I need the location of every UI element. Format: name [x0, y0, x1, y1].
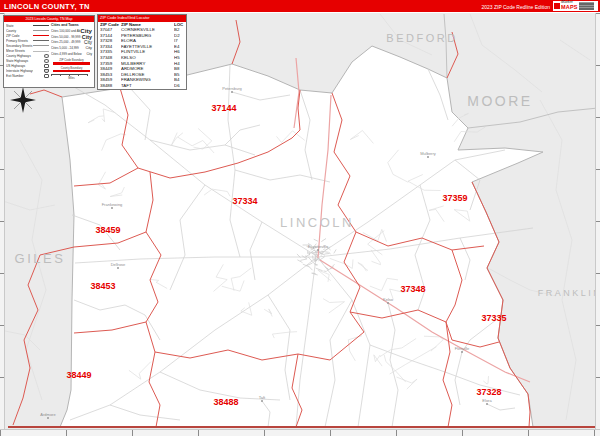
- page-title: LINCOLN COUNTY, TN: [4, 2, 90, 11]
- compass-rose-icon: [9, 86, 37, 114]
- legend-city-label: Cities 5,000 - 24,999: [51, 46, 85, 50]
- legend-item-label: County: [6, 29, 33, 33]
- grid-ruler-bottom: [0, 429, 600, 436]
- legend-city-label: Cities 100,000 and Above: [51, 29, 80, 33]
- legend-item-label: State: [6, 24, 33, 28]
- legend-city-sample: City: [85, 46, 92, 50]
- legend-item-label: County Highways: [6, 54, 33, 58]
- legend-sample-line: [33, 25, 49, 26]
- city-street-line: [311, 252, 318, 253]
- legend-boundary-bar: [53, 70, 90, 71]
- legend-city-label: Cities 25,000 - 49,999: [51, 40, 84, 44]
- title-bar: LINCOLN COUNTY, TN 2023 ZIP Code Redline…: [0, 0, 600, 12]
- map-legend: 2023 Lincoln County, TN Map StateCountyZ…: [3, 15, 95, 88]
- loc-cell: D6: [174, 83, 184, 89]
- legend-item-label: Exit Number: [6, 74, 33, 78]
- legend-item-label: US Highways: [6, 64, 33, 68]
- legend-sample-line: [33, 51, 49, 52]
- legend-item-label: Secondary Streets: [6, 44, 33, 48]
- logo-line2: MAPS: [561, 5, 578, 11]
- zip-table-row: 38488TAFTD6: [98, 83, 186, 89]
- legend-sample-line: [33, 45, 49, 46]
- legend-item-label: Interstate Highways: [6, 69, 33, 73]
- legend-boundary-item: County Boundary: [51, 66, 92, 71]
- legend-city-label: Cities 4,999 and Below: [51, 52, 87, 56]
- legend-item-label: State Highways: [6, 59, 33, 63]
- zip-table-rows: 37047CORNERSVILLEB237144PETERSBURGD23732…: [98, 27, 186, 89]
- legend-city-items: Cities and Towns Cities 100,000 and Abov…: [49, 23, 92, 80]
- legend-boundary-item: ZIP Code Boundary: [51, 58, 92, 64]
- legend-sample-line: [33, 40, 49, 41]
- legend-sample-line: [33, 35, 49, 36]
- legend-item-label: Minor Streets: [6, 49, 33, 53]
- legend-item-label: Primary Streets: [6, 39, 33, 43]
- legend-row: Exit Number: [6, 74, 49, 79]
- legend-boundary-bar: [53, 62, 90, 64]
- zip-code-cell: 38488: [100, 83, 121, 89]
- legend-scale-label: Miles: [51, 76, 92, 80]
- legend-city-sample: City: [84, 40, 92, 45]
- lincoln-county-zip-map: 3714437334373593845938453373483733538449…: [0, 0, 600, 436]
- legend-line-items: StateCountyZIP CodePrimary StreetsSecond…: [6, 23, 49, 80]
- legend-city-row: Cities 4,999 and BelowCity: [51, 51, 92, 57]
- legend-item-label: ZIP Code: [6, 34, 33, 38]
- edition-label: 2023 ZIP Code Redline Edition: [481, 4, 550, 10]
- marketmaps-logo: Market MAPS: [553, 1, 598, 11]
- legend-city-sample: City: [82, 34, 92, 40]
- city-street-line: [325, 254, 330, 255]
- logo-mark-icon: [554, 3, 560, 9]
- zip-name-cell: TAFT: [121, 83, 174, 89]
- legend-city-sample: City: [87, 52, 93, 56]
- legend-sample-line: [33, 30, 49, 31]
- legend-city-label: Cities 50,000 - 99,999: [51, 35, 82, 39]
- grid-ruler-right: [595, 13, 600, 429]
- zip-index-table: ZIP Code Index/Grid Locator ZIP Code ZIP…: [97, 14, 187, 90]
- logo-info-block: [579, 2, 594, 10]
- legend-scale-bar: [51, 74, 88, 76]
